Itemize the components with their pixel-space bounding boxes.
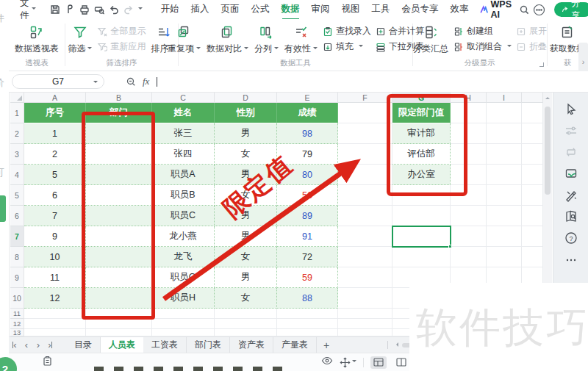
cell-A1[interactable]: 序号 — [24, 103, 86, 123]
cell-D12[interactable] — [215, 319, 277, 329]
cell-D10[interactable]: 女 — [215, 288, 277, 309]
cell-C4[interactable]: 职员A — [152, 165, 215, 185]
document-search-icon[interactable] — [564, 209, 578, 223]
eye-preview-icon[interactable] — [321, 356, 333, 369]
row-header-10[interactable]: 10 — [10, 288, 24, 309]
tab-insert[interactable]: 插入 — [186, 0, 215, 19]
export-pdf-icon[interactable] — [64, 3, 76, 16]
collapse-button[interactable]: 折叠 — [516, 40, 547, 53]
formula-input-cursor[interactable] — [157, 77, 157, 87]
cell-A8[interactable]: 10 — [24, 247, 86, 267]
quickbar-caret-icon[interactable] — [138, 7, 143, 12]
cell-H8[interactable] — [451, 247, 487, 267]
select-all-corner[interactable] — [10, 93, 24, 103]
cell-D1[interactable]: 性别 — [215, 103, 277, 123]
cell-E13[interactable] — [277, 329, 338, 336]
column-header-D[interactable]: D — [215, 93, 277, 103]
cell-I4[interactable] — [487, 165, 522, 185]
prev-sheet-icon[interactable]: ‹ — [21, 337, 32, 353]
help-icon[interactable]: ? — [564, 231, 578, 245]
row-header-3[interactable]: 3 — [10, 144, 24, 165]
cell-I8[interactable] — [487, 247, 522, 267]
column-header-B[interactable]: B — [86, 93, 152, 103]
create-group-button[interactable]: 创建组 — [453, 25, 512, 37]
cell-E10[interactable]: 88 — [277, 288, 338, 309]
cell-F9[interactable] — [338, 267, 392, 288]
cell-C9[interactable]: 职员G — [152, 267, 215, 288]
cell-E5[interactable]: 56 — [277, 185, 338, 206]
print-preview-icon[interactable] — [93, 3, 105, 16]
cell-E9[interactable]: 59 — [277, 267, 338, 288]
active-cell-outline[interactable] — [392, 226, 451, 248]
sheet-tab-assets[interactable]: 资产表 — [230, 337, 273, 353]
wps-ai-button[interactable]: WPS AI — [480, 0, 514, 20]
tab-tools[interactable]: 工具 — [367, 0, 395, 19]
text-to-columns-button[interactable]: 分列 — [251, 24, 282, 55]
cell-A7[interactable]: 9 — [24, 226, 86, 247]
cell-C2[interactable]: 张三 — [152, 123, 215, 144]
tab-efficiency[interactable]: 效率 — [445, 0, 474, 19]
tab-data[interactable]: 数据 — [276, 0, 305, 19]
cell-F3[interactable] — [338, 144, 392, 165]
row-header-9[interactable]: 9 — [10, 267, 24, 288]
clipboard-icon[interactable] — [42, 356, 53, 370]
properties-sliders-icon[interactable] — [564, 123, 578, 138]
cell-D2[interactable]: 男 — [215, 123, 277, 144]
cell-I1[interactable] — [487, 103, 522, 123]
cell-C7[interactable]: 龙小燕 — [152, 226, 215, 247]
sheet-tab-output[interactable]: 产量表 — [273, 337, 317, 353]
row-header-11[interactable]: 11 — [10, 309, 24, 319]
row-header-7[interactable]: 7 — [10, 226, 24, 247]
assets-image-icon[interactable] — [564, 166, 578, 181]
cell-I7[interactable] — [487, 226, 522, 247]
row-header-5[interactable]: 5 — [10, 185, 24, 206]
sheet-tab-personnel[interactable]: 人员表 — [101, 337, 143, 353]
cell-A11[interactable] — [24, 309, 86, 319]
search-icon[interactable] — [519, 3, 530, 16]
first-sheet-icon[interactable]: ‹ — [9, 337, 21, 353]
cell-E6[interactable]: 89 — [277, 206, 338, 226]
cell-A3[interactable]: 2 — [24, 144, 86, 165]
pivot-table-button[interactable]: 数据透视表 — [12, 24, 62, 55]
cell-I6[interactable] — [487, 206, 522, 226]
view-pageбrеak-button[interactable] — [393, 356, 409, 369]
sheet-tab-catalog[interactable]: 目录 — [66, 337, 101, 353]
cell-C8[interactable]: 龙飞 — [152, 247, 215, 267]
tab-membership[interactable]: 会员专享 — [397, 0, 444, 19]
view-normal-button[interactable] — [370, 356, 387, 369]
row-header-4[interactable]: 4 — [10, 165, 24, 185]
filter-button[interactable]: 筛选 — [65, 24, 95, 55]
file-menu-caret-icon[interactable] — [32, 7, 36, 12]
cell-H7[interactable] — [451, 226, 487, 247]
cell-F13[interactable] — [338, 329, 392, 336]
cell-A2[interactable]: 1 — [24, 123, 86, 144]
cell-C10[interactable]: 职员H — [152, 288, 215, 309]
expand-button[interactable]: 展开 — [516, 25, 547, 37]
row-header-6[interactable]: 6 — [10, 206, 24, 226]
dialog-launcher-icon[interactable] — [539, 62, 544, 67]
cell-D8[interactable]: 女 — [215, 247, 277, 267]
select-cursor-icon[interactable] — [564, 101, 578, 116]
subtotal-button[interactable]: 分类汇总 — [410, 24, 451, 55]
tab-page[interactable]: 页面 — [216, 0, 245, 19]
tab-review[interactable]: 审阅 — [306, 0, 335, 19]
cell-A10[interactable]: 12 — [24, 288, 86, 309]
hscroll-left-icon[interactable] — [394, 342, 398, 347]
cell-A13[interactable] — [24, 329, 86, 336]
duplicates-button[interactable]: 重复项 — [165, 24, 204, 55]
show-all-button[interactable]: 全部显示 — [97, 25, 146, 37]
cell-E7[interactable]: 91 — [277, 226, 338, 247]
tab-view[interactable]: 视图 — [337, 0, 365, 19]
row-header-13[interactable]: 13 — [10, 329, 24, 336]
row-header-12[interactable]: 12 — [10, 319, 24, 329]
next-sheet-icon[interactable]: › — [32, 337, 44, 353]
cell-C12[interactable] — [152, 319, 215, 329]
ungroup-button[interactable]: 取消组合 — [453, 40, 512, 53]
row-header-2[interactable]: 2 — [10, 123, 24, 144]
data-validation-button[interactable]: 有效性 — [282, 24, 320, 55]
cell-A6[interactable]: 7 — [24, 206, 86, 226]
cell-C1[interactable]: 姓名 — [152, 103, 215, 123]
tools-icon[interactable] — [564, 188, 578, 203]
lookup-entry-button[interactable]: 查找录入 — [323, 25, 371, 37]
column-header-A[interactable]: A — [24, 93, 86, 103]
